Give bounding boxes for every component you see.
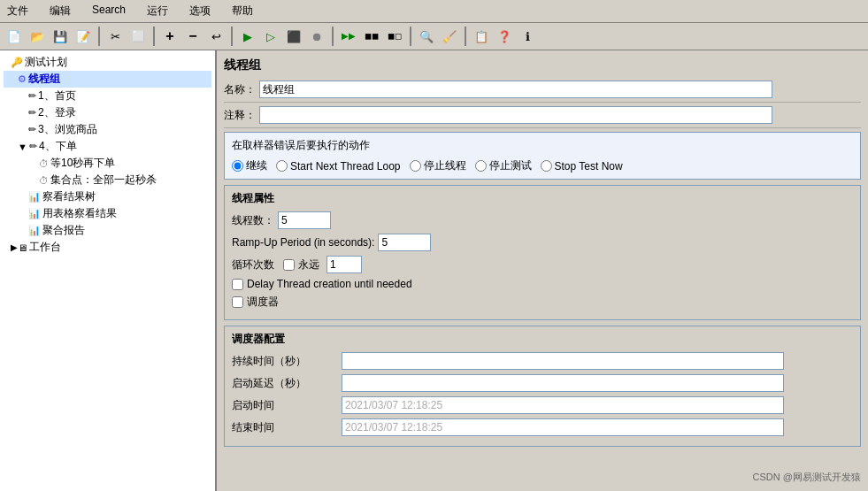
tree-item-home[interactable]: ✏ 1、首页	[4, 88, 211, 104]
help-button[interactable]: ❓	[494, 26, 515, 47]
thread-props-section: 线程属性 线程数： Ramp-Up Period (in seconds): 循…	[224, 185, 861, 320]
menu-search[interactable]: Search	[88, 2, 129, 20]
tree-item-label: 等10秒再下单	[50, 156, 115, 171]
tree-item-timer[interactable]: ⏱ 等10秒再下单	[4, 155, 211, 172]
tree-item-label: 用表格察看结果	[42, 206, 117, 221]
login-icon: ✏	[28, 107, 36, 119]
browse-icon: ✏	[28, 124, 36, 135]
comment-input[interactable]	[259, 106, 772, 124]
tree-item-label: 2、登录	[38, 105, 76, 120]
open-button[interactable]: 📂	[27, 26, 48, 47]
save-button[interactable]: 💾	[50, 26, 71, 47]
thread-count-row: 线程数：	[232, 211, 853, 229]
menu-run[interactable]: 运行	[143, 2, 172, 20]
delay-thread-checkbox[interactable]	[232, 279, 243, 290]
ramp-up-input[interactable]	[378, 234, 431, 251]
radio-stop-test-now[interactable]: Stop Test Now	[541, 160, 623, 173]
log-button[interactable]: 📋	[471, 26, 492, 47]
cut-button[interactable]: ✂	[104, 26, 126, 47]
copy-button[interactable]: ⬜	[127, 26, 149, 47]
startup-delay-input[interactable]	[342, 374, 784, 392]
comment-row: 注释：	[224, 106, 861, 128]
scheduler-checkbox[interactable]	[232, 296, 243, 308]
run-button[interactable]: ▶	[237, 26, 258, 47]
remove-button[interactable]: −	[182, 26, 204, 47]
tree-item-browse[interactable]: ✏ 3、浏览商品	[4, 121, 211, 138]
remote-stop-button[interactable]: ◼◼	[361, 26, 382, 47]
tree-item-label: 3、浏览商品	[38, 122, 97, 137]
tree-item-order[interactable]: ▼ ✏ 4、下单	[4, 138, 211, 155]
start-time-row: 启动时间	[232, 396, 853, 414]
remote-exit-button[interactable]: ◼◻	[384, 26, 405, 47]
timer-icon: ⏱	[39, 158, 49, 169]
tree-item-workbench[interactable]: ▶ 🖥 工作台	[4, 239, 211, 256]
thread-count-input[interactable]	[278, 211, 331, 229]
end-time-input[interactable]	[342, 418, 784, 436]
stop-now-button[interactable]: ⏺	[306, 26, 327, 47]
sep6	[465, 27, 466, 46]
sep4	[332, 27, 334, 46]
tree-item-agg-report[interactable]: 📊 聚合报告	[4, 222, 211, 239]
loop-forever-text: 永远	[298, 257, 319, 272]
scheduler-label[interactable]: 调度器	[232, 295, 279, 310]
duration-label: 持续时间（秒）	[232, 354, 338, 369]
name-input[interactable]	[259, 81, 772, 98]
ramp-up-row: Ramp-Up Period (in seconds):	[232, 234, 853, 251]
menu-options[interactable]: 选项	[186, 2, 214, 20]
remote-start-button[interactable]: ▶▶	[338, 26, 359, 47]
loop-forever-checkbox[interactable]	[283, 259, 295, 271]
tree-item-table-results[interactable]: 📊 用表格察看结果	[4, 205, 211, 222]
delay-thread-row: Delay Thread creation until needed	[232, 278, 853, 290]
tree-item-aggregate[interactable]: ⏱ 集合点：全部一起秒杀	[4, 172, 211, 188]
info-button[interactable]: ℹ	[517, 26, 538, 47]
content-panel: 线程组 名称： 注释： 在取样器错误后要执行的动作 继续 Start Next …	[217, 50, 868, 491]
tree-item-thread-group[interactable]: ⚙ 线程组	[4, 71, 211, 88]
scheduler-section: 调度器配置 持续时间（秒） 启动延迟（秒） 启动时间 结束时间	[224, 326, 861, 447]
menu-file[interactable]: 文件	[4, 2, 32, 20]
menu-edit[interactable]: 编辑	[46, 2, 74, 20]
order-expand-icon: ▼	[18, 142, 27, 152]
capture-button[interactable]: 🔍	[416, 26, 437, 47]
scheduler-config-title: 调度器配置	[232, 332, 853, 347]
add-button[interactable]: +	[159, 26, 181, 47]
tree-panel: 🔑 测试计划 ⚙ 线程组 ✏ 1、首页 ✏ 2、登录 ✏ 3、浏览商品 ▼ ✏ …	[0, 50, 217, 491]
delay-thread-label[interactable]: Delay Thread creation until needed	[232, 278, 412, 290]
workbench-expand-icon: ▶	[11, 242, 18, 252]
sep5	[410, 27, 411, 46]
startup-delay-label: 启动延迟（秒）	[232, 376, 338, 391]
workbench-icon: 🖥	[18, 242, 27, 253]
loop-count-input[interactable]	[326, 256, 362, 273]
error-action-title: 在取样器错误后要执行的动作	[232, 138, 853, 153]
menu-help[interactable]: 帮助	[228, 2, 257, 20]
run-thread-button[interactable]: ▷	[260, 26, 281, 47]
tree-item-label: 集合点：全部一起秒杀	[50, 173, 157, 188]
loop-count-row: 循环次数 永远	[232, 256, 853, 273]
radio-stop-test[interactable]: 停止测试	[475, 158, 532, 173]
thread-props-title: 线程属性	[232, 191, 853, 206]
test-plan-icon: 🔑	[11, 57, 23, 68]
table-results-icon: 📊	[28, 208, 41, 219]
startup-delay-row: 启动延迟（秒）	[232, 374, 853, 392]
radio-stop-thread[interactable]: 停止线程	[410, 158, 466, 173]
duration-row: 持续时间（秒）	[232, 352, 853, 370]
tree-item-login[interactable]: ✏ 2、登录	[4, 104, 211, 121]
tree-item-test-plan[interactable]: 🔑 测试计划	[4, 54, 211, 71]
tree-item-label: 察看结果树	[42, 189, 96, 204]
start-time-label: 启动时间	[232, 398, 338, 413]
radio-continue[interactable]: 继续	[232, 158, 267, 173]
stop-button[interactable]: ⬛	[283, 26, 304, 47]
duration-input[interactable]	[342, 352, 784, 370]
new-button[interactable]: 📄	[4, 26, 25, 47]
loop-forever-label[interactable]: 永远	[283, 257, 319, 272]
end-time-row: 结束时间	[232, 418, 853, 436]
clear-button[interactable]: 🧹	[439, 26, 460, 47]
error-action-section: 在取样器错误后要执行的动作 继续 Start Next Thread Loop …	[224, 132, 861, 180]
start-time-input[interactable]	[342, 396, 784, 414]
sep1	[98, 27, 100, 46]
tree-item-label: 4、下单	[39, 139, 77, 154]
radio-start-next[interactable]: Start Next Thread Loop	[276, 160, 401, 173]
undo-button[interactable]: ↩	[205, 26, 227, 47]
tree-item-label: 测试计划	[25, 55, 67, 70]
edit-button[interactable]: 📝	[73, 26, 94, 47]
tree-item-result-tree[interactable]: 📊 察看结果树	[4, 188, 211, 205]
